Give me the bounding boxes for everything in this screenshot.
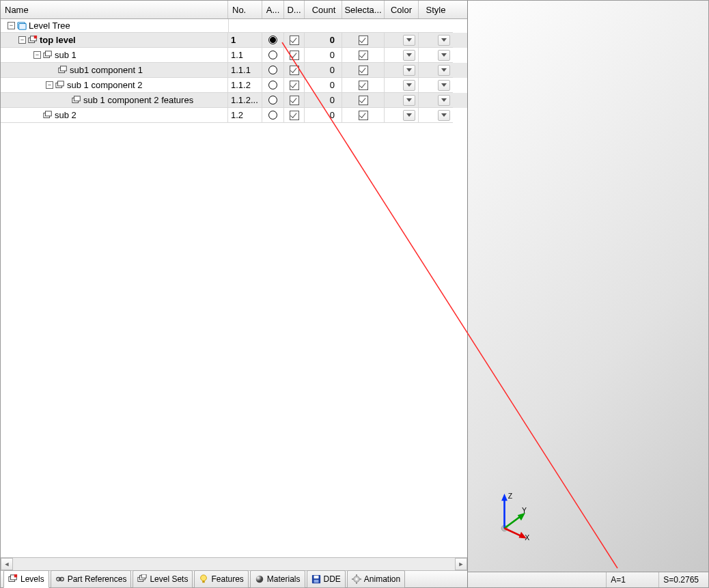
svg-rect-17 <box>14 574 17 577</box>
svg-rect-1 <box>19 23 27 29</box>
viewport-panel: Z Y X A=1 S=0.2765 <box>468 1 708 587</box>
selectable-checkbox[interactable] <box>359 66 368 75</box>
col-header-no[interactable]: No. <box>228 1 262 18</box>
active-radio-empty-icon[interactable] <box>268 51 277 59</box>
axis-triad: Z Y X <box>492 492 540 540</box>
row-count: 0 <box>330 65 335 75</box>
tab-dde[interactable]: DDE <box>307 570 346 588</box>
scroll-track[interactable] <box>13 558 455 570</box>
tab-label: Materials <box>267 574 301 584</box>
row-count: 0 <box>330 50 335 60</box>
col-header-name[interactable]: Name <box>1 1 228 18</box>
col-header-draw[interactable]: D... <box>284 1 305 18</box>
scroll-left-button[interactable]: ◄ <box>1 558 13 570</box>
draw-checkbox[interactable] <box>290 36 299 45</box>
col-header-selectable-label: Selecta... <box>344 5 381 15</box>
active-radio-empty-icon[interactable] <box>268 66 277 74</box>
style-dropdown[interactable] <box>438 65 450 76</box>
tab-label: Level Sets <box>150 574 188 584</box>
row-label: sub 1 component 2 features <box>83 95 193 105</box>
axis-z-label: Z <box>508 492 513 500</box>
color-dropdown[interactable] <box>403 110 415 121</box>
tree-toggle-icon[interactable]: − <box>33 51 41 59</box>
levels-stack-icon <box>72 96 81 105</box>
tab-label: Part References <box>68 574 127 584</box>
col-header-selectable[interactable]: Selecta... <box>342 1 385 18</box>
levels-stack-icon <box>55 81 65 90</box>
color-dropdown[interactable] <box>403 65 415 76</box>
tab-level-sets[interactable]: Level Sets <box>133 570 193 588</box>
col-header-name-label: Name <box>5 5 29 15</box>
svg-marker-38 <box>501 494 508 501</box>
svg-rect-6 <box>46 51 52 55</box>
horizontal-scrollbar[interactable]: ◄ ► <box>1 557 467 570</box>
status-s: S=0.2765 <box>658 572 703 587</box>
viewport-3d[interactable]: Z Y X <box>468 1 708 572</box>
partref-icon <box>55 574 65 584</box>
row-label: top level <box>40 35 76 45</box>
tab-part-references[interactable]: Part References <box>51 570 132 588</box>
tree-root-row[interactable]: − Level Tree <box>1 19 467 33</box>
color-dropdown[interactable] <box>403 80 415 91</box>
draw-checkbox[interactable] <box>290 66 299 75</box>
gear-icon <box>352 574 361 584</box>
svg-rect-8 <box>61 66 67 70</box>
col-header-active[interactable]: A... <box>262 1 284 18</box>
svg-line-41 <box>505 529 522 536</box>
levels-stack-icon <box>43 111 53 120</box>
color-dropdown[interactable] <box>403 95 415 106</box>
style-dropdown[interactable] <box>438 80 450 91</box>
table-row[interactable]: sub 21.20 <box>1 108 467 123</box>
active-radio-empty-icon[interactable] <box>268 81 277 89</box>
table-row[interactable]: sub1 component 11.1.10 <box>1 63 467 78</box>
selectable-checkbox[interactable] <box>359 36 368 45</box>
color-dropdown[interactable] <box>403 35 415 46</box>
draw-checkbox[interactable] <box>290 81 299 90</box>
svg-line-39 <box>505 516 521 529</box>
table-row[interactable]: sub 1 component 2 features1.1.2...0 <box>1 93 467 108</box>
row-count: 0 <box>330 80 335 90</box>
active-radio-empty-icon[interactable] <box>268 111 277 120</box>
tab-levels[interactable]: Levels <box>3 570 49 588</box>
selectable-checkbox[interactable] <box>359 96 368 105</box>
selectable-checkbox[interactable] <box>359 51 368 60</box>
table-row[interactable]: −sub 1 component 21.1.20 <box>1 78 467 93</box>
svg-rect-10 <box>58 81 64 85</box>
color-dropdown[interactable] <box>403 50 415 61</box>
svg-point-24 <box>201 575 207 581</box>
table-row[interactable]: −sub 11.10 <box>1 48 467 63</box>
active-radio-empty-icon[interactable] <box>268 96 277 104</box>
col-header-style[interactable]: Style <box>419 1 453 18</box>
draw-checkbox[interactable] <box>290 51 299 60</box>
row-count: 0 <box>330 35 335 45</box>
scroll-right-button[interactable]: ► <box>455 558 467 570</box>
tree-toggle-icon[interactable]: − <box>18 36 26 44</box>
col-header-count-label: Count <box>312 5 336 15</box>
left-panel: Name No. A... D... Count Selecta... Colo… <box>1 1 468 587</box>
style-dropdown[interactable] <box>438 50 450 61</box>
status-s-label: S=0.2765 <box>663 575 699 585</box>
tab-animation[interactable]: Animation <box>347 570 405 588</box>
row-label: sub 1 <box>55 50 77 60</box>
selectable-checkbox[interactable] <box>359 111 368 120</box>
sphere-icon <box>255 574 264 584</box>
tree-toggle-icon[interactable]: − <box>46 81 53 89</box>
style-dropdown[interactable] <box>438 95 450 106</box>
tree-toggle-icon[interactable]: − <box>8 22 15 29</box>
col-header-count[interactable]: Count <box>305 1 342 18</box>
col-header-color[interactable]: Color <box>385 1 419 18</box>
svg-rect-23 <box>142 574 147 578</box>
svg-rect-28 <box>314 576 318 578</box>
tab-features[interactable]: Features <box>194 570 248 588</box>
tab-materials[interactable]: Materials <box>250 570 305 588</box>
tree-header-row: Name No. A... D... Count Selecta... Colo… <box>1 1 467 19</box>
selectable-checkbox[interactable] <box>359 81 368 90</box>
draw-checkbox[interactable] <box>290 96 299 105</box>
col-header-active-label: A... <box>266 5 280 15</box>
style-dropdown[interactable] <box>438 110 450 121</box>
row-label: sub 2 <box>55 110 77 120</box>
active-radio-filled-icon[interactable] <box>268 36 277 44</box>
draw-checkbox[interactable] <box>290 111 299 120</box>
table-row[interactable]: −top level10 <box>1 33 467 48</box>
style-dropdown[interactable] <box>438 35 450 46</box>
